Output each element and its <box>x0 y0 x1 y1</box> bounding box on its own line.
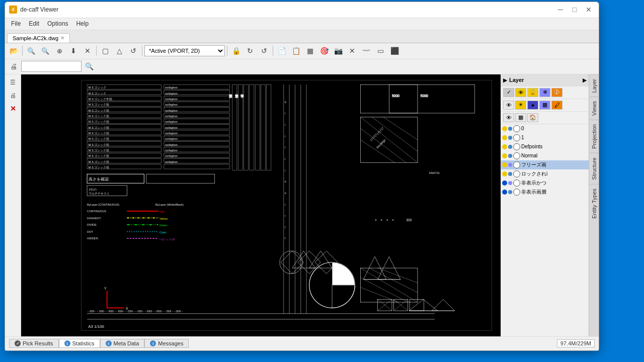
layer-icon-freeze[interactable]: ❄ <box>539 88 550 97</box>
memory-display: 97.4M/229M <box>557 339 595 347</box>
lock-button[interactable]: 🔒 <box>229 45 243 57</box>
tab-structure[interactable]: Structure <box>590 153 599 184</box>
layer-panel: ▶ Layer ▶ ✓ 👁 🔒 ❄ 🎨 👁 ☀ ● ▦ 🖊 <box>501 74 589 336</box>
close-button[interactable]: ✕ <box>583 5 595 15</box>
layer-icon-left[interactable]: 👁 <box>503 113 514 122</box>
zoom-fit-button[interactable]: ⊕ <box>53 45 66 57</box>
search-input[interactable] <box>21 61 82 72</box>
search-icon-button[interactable]: 🔍 <box>83 60 96 72</box>
svg-text:A3 1/100: A3 1/100 <box>88 324 104 329</box>
layer-icon-dot[interactable]: ● <box>527 101 538 110</box>
minimize-button[interactable]: ─ <box>554 5 567 15</box>
zoom-in-button[interactable]: 🔍 <box>25 45 38 57</box>
menu-file[interactable]: File <box>7 19 25 28</box>
toolbar-main: 📂 🔍 🔍 ⊕ ⬇ ✕ ▢ △ ↺ *Active (VPORT, 2D) 🔒 … <box>5 43 599 59</box>
fullscreen-button[interactable]: ⬛ <box>388 45 401 57</box>
layer-state-hidden2 <box>513 189 520 196</box>
zoom-out-button[interactable]: 🔍 <box>39 45 52 57</box>
menu-options[interactable]: Options <box>43 19 72 28</box>
layer-icon-paint[interactable]: 🖊 <box>551 101 562 110</box>
camera-button[interactable]: 📷 <box>332 45 345 57</box>
layer-item-0[interactable]: 0 <box>501 124 589 133</box>
cross-button[interactable]: ✕ <box>346 45 359 57</box>
layer-icon-color[interactable]: 🎨 <box>551 88 562 97</box>
layer-expand-icon[interactable]: ▶ <box>503 77 507 83</box>
layer-dot-defpoints <box>508 145 512 149</box>
layer-item-lock[interactable]: ロックされi <box>501 169 589 178</box>
svg-text:CONTINUOUS: CONTINUOUS <box>87 210 106 213</box>
layer-color-hidden1 <box>502 180 507 186</box>
svg-text:Yellow: Yellow <box>159 217 168 220</box>
layer-item-hidden2[interactable]: 非表示画層 <box>501 188 589 197</box>
cad-svg: ＭＳゴシック ＭＳゴシック ＭＳゴシック中括 ＭＳゴシック括 ＭＳゴシック括 Ｍ… <box>21 74 501 336</box>
svg-text:ＭＳゴシック括: ＭＳゴシック括 <box>88 137 109 140</box>
tab-entity-types[interactable]: Entity Types <box>590 184 599 223</box>
layer-icon-house[interactable]: 🏠 <box>527 113 538 122</box>
layer-dot-0 <box>508 127 512 131</box>
svg-text:ＭＳゴシック: ＭＳゴシック <box>88 92 106 95</box>
layer-state-lock <box>513 170 520 177</box>
svg-text:HIDDEN: HIDDEN <box>87 237 98 240</box>
layer-item-normal[interactable]: Normal <box>501 151 589 160</box>
tab-layer[interactable]: Layer <box>590 74 599 97</box>
wave-button[interactable]: 〰 <box>360 45 373 57</box>
svg-text:ＭＳゴシック括: ＭＳゴシック括 <box>88 143 109 146</box>
export-button[interactable]: 📄 <box>275 45 288 57</box>
status-tab-stats[interactable]: i Statistics <box>59 339 100 348</box>
layer-item-defpoints[interactable]: Defpoints <box>501 142 589 151</box>
layer-item-1[interactable]: 1 <box>501 133 589 142</box>
tab-projection[interactable]: Projection <box>590 120 599 153</box>
menu-edit[interactable]: Edit <box>25 19 43 28</box>
status-tab-messages[interactable]: i Messages <box>144 339 189 348</box>
grid-button[interactable]: ▦ <box>303 45 316 57</box>
layer-icon-grid[interactable]: ▦ <box>539 101 550 110</box>
layer-state-0 <box>513 125 520 132</box>
layer-state-1 <box>513 134 520 141</box>
view3d-button[interactable]: 🎯 <box>317 45 331 57</box>
document-tabs: Sample-AC2k.dwg ✕ <box>5 30 599 43</box>
sidebar-btn-1[interactable]: ☰ <box>7 76 19 88</box>
svg-text:txt/bigfont: txt/bigfont <box>165 131 178 134</box>
layer-item-hidden1[interactable]: 非表示かつ <box>501 178 589 188</box>
layer-icon-vis[interactable]: 👁 <box>503 101 514 110</box>
select-button[interactable]: ▢ <box>99 45 112 57</box>
menu-help[interactable]: Help <box>72 19 93 28</box>
layer-icon-check[interactable]: ✓ <box>503 88 514 97</box>
measure-button[interactable]: △ <box>113 45 126 57</box>
close-view-button[interactable]: ✕ <box>81 45 94 57</box>
svg-text:txt/bigfont: txt/bigfont <box>165 97 178 100</box>
maximize-button[interactable]: □ <box>569 5 581 15</box>
canvas-area[interactable]: ＭＳゴシック ＭＳゴシック ＭＳゴシック中括 ＭＳゴシック括 ＭＳゴシック括 Ｍ… <box>21 74 501 336</box>
tab-document[interactable]: Sample-AC2k.dwg ✕ <box>7 33 70 43</box>
svg-text:ByLayer (White/Black): ByLayer (White/Black) <box>155 203 184 206</box>
layer-collapse-icon[interactable]: ▶ <box>583 77 587 83</box>
print2-button[interactable]: 🖨 <box>7 60 20 72</box>
close-red-button[interactable]: ✕ <box>7 103 19 115</box>
layer-name-normal: Normal <box>521 153 537 158</box>
menubar: File Edit Options Help <box>5 18 599 30</box>
layer-name-hidden2: 非表示画層 <box>521 189 546 196</box>
layer-icon-lock[interactable]: 🔒 <box>527 88 538 97</box>
window-button[interactable]: ▭ <box>374 45 387 57</box>
pan-button[interactable]: ⬇ <box>67 45 80 57</box>
open-button[interactable]: 📂 <box>7 45 20 57</box>
status-tab-pick[interactable]: ✓ Pick Results <box>9 339 59 348</box>
sidebar-btn-2[interactable]: 🖨 <box>7 89 19 102</box>
layer-icon-eye[interactable]: 👁 <box>515 88 526 97</box>
viewport-select[interactable]: *Active (VPORT, 2D) <box>144 45 225 56</box>
refresh2-button[interactable]: ↺ <box>258 45 271 57</box>
tab-close-icon[interactable]: ✕ <box>60 35 64 41</box>
layer-dot-hidden1 <box>508 181 512 185</box>
layer-icon-sun[interactable]: ☀ <box>515 101 526 110</box>
refresh-button[interactable]: ↻ <box>244 45 257 57</box>
layer-item-freeze[interactable]: フリーズ画 <box>501 160 589 169</box>
layer-panel-title: Layer <box>509 77 524 83</box>
tab-views[interactable]: Views <box>590 97 599 120</box>
status-tab-meta[interactable]: i Meta Data <box>100 339 145 348</box>
svg-text:マルチテキスト: マルチテキスト <box>89 192 110 195</box>
print-button[interactable]: 📋 <box>289 45 302 57</box>
layer-name-1: 1 <box>521 135 524 140</box>
layer-icon-stack[interactable]: ▦ <box>515 113 526 122</box>
rotate-button[interactable]: ↺ <box>127 45 140 57</box>
main-window: d de-caff Viewer ─ □ ✕ File Edit Options… <box>5 2 599 351</box>
